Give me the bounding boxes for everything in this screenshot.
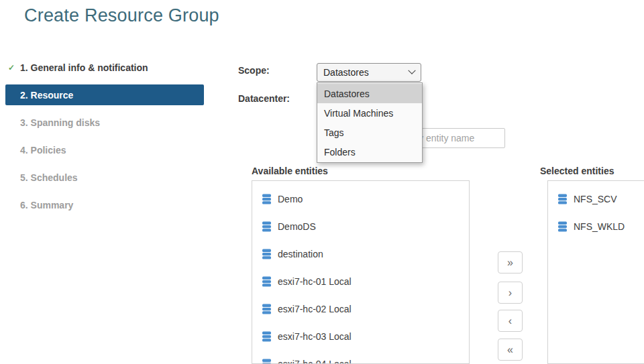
datastore-icon [262, 276, 272, 287]
move-left-button[interactable]: ‹ [498, 310, 523, 332]
wizard-step[interactable]: 6. Summary [0, 191, 205, 219]
available-entities-label: Available entities [252, 166, 328, 176]
entity-name: DemoDS [278, 221, 316, 232]
wizard-step[interactable]: 2. Resource [5, 84, 204, 105]
entity-name: esxi7-hc-03 Local [278, 331, 352, 342]
entity-list-item[interactable]: Demo [252, 185, 469, 213]
wizard-step-label: 6. Summary [20, 200, 73, 210]
datastore-icon [262, 304, 272, 314]
wizard-step-label: 5. Schedules [20, 172, 78, 183]
datastore-icon [557, 221, 568, 232]
wizard-step-label: 3. Spanning disks [20, 117, 100, 128]
move-right-button[interactable]: › [498, 282, 523, 304]
chevron-down-icon [408, 67, 415, 74]
entity-name: esxi7-hc-04 Local [278, 359, 352, 364]
entity-list-item[interactable]: NFS_SCV [548, 185, 644, 213]
entity-name: NFS_SCV [574, 194, 617, 204]
datastore-icon [262, 194, 272, 204]
scope-option[interactable]: Folders [317, 142, 422, 162]
entity-list-item[interactable]: esxi7-hc-03 Local [252, 322, 469, 350]
scope-label: Scope: [238, 65, 270, 76]
scope-option[interactable]: Virtual Machines [317, 103, 422, 123]
scope-option[interactable]: Tags [317, 123, 422, 142]
wizard-step[interactable]: 3. Spanning disks [0, 109, 205, 136]
selected-entities-label: Selected entities [540, 166, 614, 176]
wizard-steps: 1. General info & notification 2. Resour… [0, 54, 205, 219]
datastore-icon [262, 249, 272, 259]
wizard-step[interactable]: 5. Schedules [0, 164, 205, 191]
entity-list-item[interactable]: esxi7-hc-02 Local [252, 295, 469, 322]
scope-select[interactable]: Datastores [317, 63, 421, 82]
available-entities-list: Demo DemoDS destination [252, 180, 470, 364]
entity-name: esxi7-hc-02 Local [278, 304, 352, 314]
entity-list-item[interactable]: NFS_WKLD [548, 213, 644, 240]
scope-option[interactable]: Datastores [317, 84, 422, 103]
wizard-step-label: 4. Policies [20, 145, 66, 156]
wizard-step-label: 2. Resource [20, 90, 73, 101]
wizard-step[interactable]: 1. General info & notification [0, 54, 205, 81]
entity-list-item[interactable]: esxi7-hc-04 Local [252, 350, 469, 364]
selected-entities-list: NFS_SCV NFS_WKLD [547, 180, 644, 364]
datastore-icon [262, 359, 272, 364]
scope-dropdown-menu: Datastores Virtual Machines Tags Folders [317, 82, 423, 163]
entity-name: destination [278, 249, 323, 259]
entity-list-item[interactable]: DemoDS [252, 213, 469, 240]
datastore-icon [262, 331, 272, 342]
entity-name: NFS_WKLD [574, 221, 625, 232]
check-icon [8, 63, 15, 72]
move-all-right-button[interactable]: » [498, 251, 523, 274]
wizard-step-label: 1. General info & notification [20, 62, 148, 73]
entity-name: Demo [278, 194, 303, 204]
entity-list-item[interactable]: esxi7-hc-01 Local [252, 267, 469, 295]
scope-select-value: Datastores [323, 67, 369, 78]
datacenter-label: Datacenter: [238, 93, 290, 104]
datastore-icon [262, 221, 272, 232]
page-title: Create Resource Group [24, 5, 219, 26]
entity-name: esxi7-hc-01 Local [278, 276, 352, 287]
datastore-icon [557, 194, 568, 204]
move-all-left-button[interactable]: « [498, 339, 523, 361]
wizard-step[interactable]: 4. Policies [0, 136, 205, 164]
entity-list-item[interactable]: destination [252, 240, 469, 267]
